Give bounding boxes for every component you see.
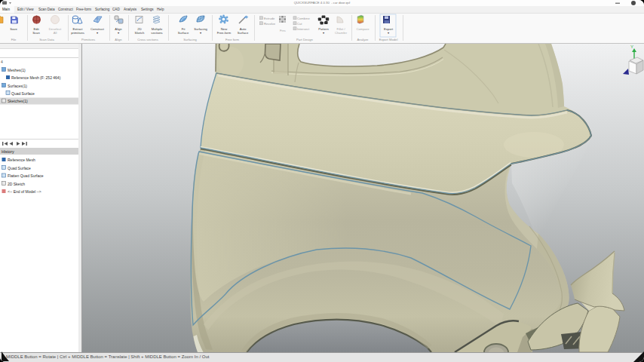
svg-text:Surfaces(1): Surfaces(1): [8, 84, 27, 88]
svg-text:Meshes(1): Meshes(1): [8, 68, 26, 72]
svg-text:Flatten Quad Surface: Flatten Quad Surface: [8, 173, 44, 178]
svg-text:Quad Surface: Quad Surface: [8, 166, 31, 170]
svg-text:Quad Surface: Quad Surface: [11, 91, 35, 96]
svg-text:<-- End of Model -->: <-- End of Model -->: [8, 189, 41, 194]
svg-text:History: History: [2, 149, 14, 154]
svg-text:Y: Y: [630, 44, 633, 49]
svg-text:4: 4: [1, 60, 3, 64]
svg-text:Sketches(1): Sketches(1): [8, 99, 28, 103]
svg-text:2D Sketch: 2D Sketch: [8, 182, 25, 186]
svg-text:Reference Mesh (F: 252 464): Reference Mesh (F: 252 464): [11, 75, 61, 80]
svg-text:Reference Mesh: Reference Mesh: [8, 158, 35, 162]
